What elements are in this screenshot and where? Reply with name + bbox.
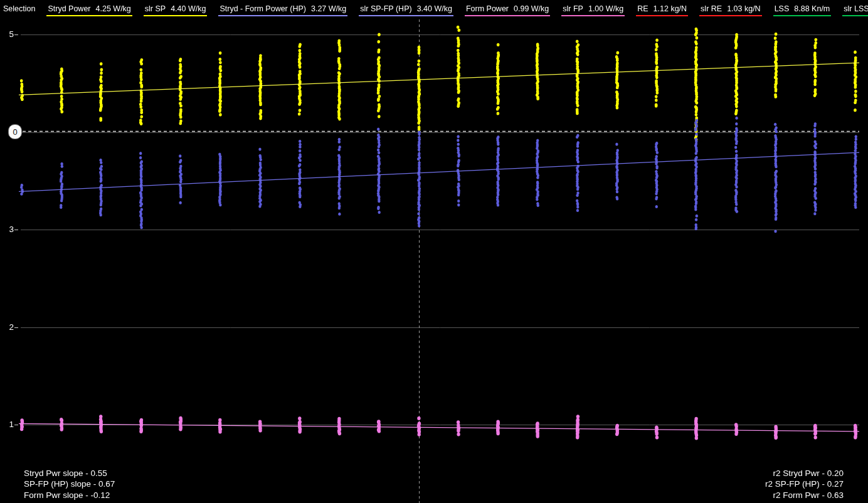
stat-line: r2 Form Pwr - 0.63: [765, 490, 844, 500]
metric-value: 1.03 kg/N: [727, 4, 761, 13]
legend-metric[interactable]: slr SP4.40 W/kg: [144, 4, 208, 16]
legend-bar: Selection Stryd Power4.25 W/kgslr SP4.40…: [0, 0, 868, 19]
metric-label: slr LSS: [844, 4, 868, 13]
legend-metric[interactable]: slr RE1.03 kg/N: [699, 4, 762, 16]
metric-label: slr SP: [145, 4, 166, 13]
metric-label: LSS: [775, 4, 790, 13]
legend-metric[interactable]: Stryd - Form Power (HP)3.27 W/kg: [218, 4, 347, 16]
legend-metric[interactable]: RE1.12 kg/N: [636, 4, 688, 16]
metric-label: slr SP-FP (HP): [360, 4, 411, 13]
zero-marker-label: 0: [13, 127, 17, 137]
legend-metric[interactable]: slr SP-FP (HP)3.40 W/kg: [359, 4, 453, 16]
stat-line: Stryd Pwr slope - 0.55: [24, 468, 115, 479]
y-axis-tick-label: 5: [0, 30, 14, 39]
metric-label: Form Power: [466, 4, 509, 13]
stat-line: SP-FP (HP) slope - 0.67: [24, 479, 115, 489]
metric-value: 3.27 W/kg: [311, 4, 346, 13]
metric-label: Stryd - Form Power (HP): [220, 4, 306, 13]
metric-value: 8.88 Kn/m: [794, 4, 830, 13]
metric-label: slr RE: [701, 4, 722, 13]
legend-metric[interactable]: Stryd Power4.25 W/kg: [46, 4, 132, 16]
metric-value: 4.40 W/kg: [171, 4, 206, 13]
metric-label: slr FP: [563, 4, 583, 13]
metric-value: 4.25 W/kg: [96, 4, 131, 13]
y-axis-tick-label: 3: [0, 225, 14, 234]
legend-metric[interactable]: slr LSS9.11 Kn/m: [842, 4, 868, 16]
y-axis-tick-label: 1: [0, 420, 14, 429]
metric-value: 3.40 W/kg: [417, 4, 452, 13]
selection-label: Selection: [3, 4, 35, 13]
stat-line: Form Pwr slope - -0.12: [24, 490, 115, 500]
slope-stats-block: Stryd Pwr slope - 0.55SP-FP (HP) slope -…: [24, 468, 115, 500]
metric-value: 1.00 W/kg: [588, 4, 623, 13]
r2-stats-block: r2 Stryd Pwr - 0.20r2 SP-FP (HP) - 0.27r…: [765, 468, 844, 500]
metric-label: Stryd Power: [48, 4, 90, 13]
y-axis-tick-label: 2: [0, 323, 14, 332]
legend-metric[interactable]: Form Power0.99 W/kg: [465, 4, 550, 16]
legend-metric[interactable]: LSS8.88 Kn/m: [773, 4, 832, 16]
metric-label: RE: [637, 4, 648, 13]
metric-value: 0.99 W/kg: [514, 4, 549, 13]
chart-canvas[interactable]: [0, 0, 868, 503]
legend-metric[interactable]: slr FP1.00 W/kg: [561, 4, 625, 16]
stat-line: r2 SP-FP (HP) - 0.27: [765, 479, 844, 489]
zero-marker-handle[interactable]: 0: [8, 124, 22, 139]
metric-value: 1.12 kg/N: [654, 4, 687, 13]
legend-metrics: Stryd Power4.25 W/kgslr SP4.40 W/kgStryd…: [35, 4, 868, 16]
stat-line: r2 Stryd Pwr - 0.20: [765, 468, 844, 479]
